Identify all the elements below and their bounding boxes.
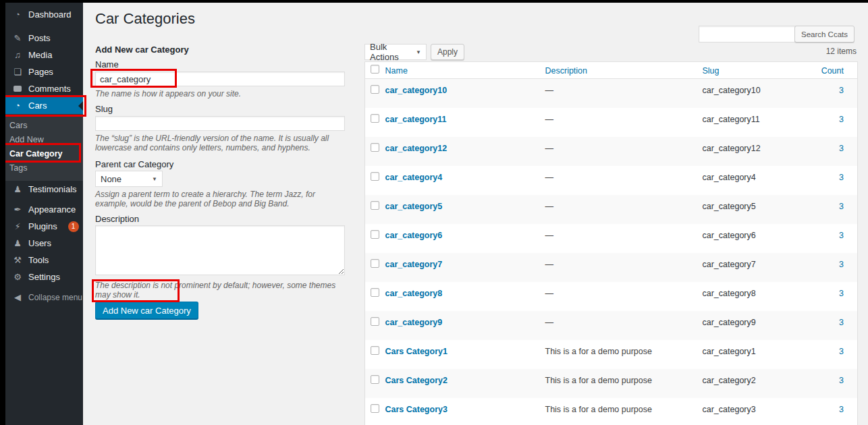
category-name-link[interactable]: Cars Category3 [385,405,447,414]
row-checkbox[interactable] [371,375,379,384]
category-name-link[interactable]: car_category9 [385,318,443,327]
row-checkbox[interactable] [371,404,379,413]
sidebar-item-comments[interactable]: Comments [5,80,83,97]
sidebar-item-collapse[interactable]: ◀ Collapse menu [5,289,83,306]
sort-by-description-header[interactable]: Description [545,66,588,76]
sidebar-subitem-car-category[interactable]: Car Category [5,147,83,161]
category-name-link[interactable]: car_category8 [385,289,443,298]
category-name-link[interactable]: car_category10 [385,86,447,95]
category-count-link[interactable]: 3 [839,318,844,327]
apply-button[interactable]: Apply [431,44,464,60]
category-count-link[interactable]: 3 [839,202,844,211]
category-description: This is a for a demo purpose [541,340,699,369]
sidebar-subitem-tags[interactable]: Tags [5,161,83,175]
category-count-link[interactable]: 3 [839,405,844,414]
row-checkbox[interactable] [371,143,379,152]
category-description: — [541,195,699,224]
row-checkbox[interactable] [371,346,379,355]
category-slug: car_category10 [699,79,807,108]
sidebar-item-posts[interactable]: ✎ Posts [5,30,83,47]
row-checkbox[interactable] [371,201,379,210]
sidebar-subitem-add-new[interactable]: Add New [5,133,83,147]
category-name-link[interactable]: car_category11 [385,115,447,124]
category-name-link[interactable]: Cars Category2 [385,376,447,385]
table-row: Cars Category3 This is a for a demo purp… [365,398,858,425]
sidebar-item-pages[interactable]: ❏ Pages [5,63,83,80]
select-all-checkbox[interactable] [371,65,379,74]
category-name-link[interactable]: Cars Category1 [385,347,447,356]
category-count-link[interactable]: 3 [839,231,844,240]
sidebar-item-dashboard[interactable]: ◔ Dashboard [5,6,83,23]
category-count-link[interactable]: 3 [839,173,844,182]
category-slug: car_category6 [699,224,807,253]
page-title: Car Categories [95,10,195,28]
row-checkbox[interactable] [371,85,379,94]
category-count-link[interactable]: 3 [839,144,844,153]
category-slug: car_category5 [699,195,807,224]
category-name-link[interactable]: car_category4 [385,173,443,182]
sidebar-item-testimonials[interactable]: ♟ Testimonials [5,181,83,198]
table-row: car_category8 — car_category8 3 [365,282,858,311]
collapse-icon: ◀ [13,293,22,302]
sidebar-subitem-cars-all[interactable]: Cars [5,119,83,133]
sort-by-slug-header[interactable]: Slug [703,66,720,76]
parent-category-help-text: Assign a parent term to create a hierarc… [95,190,345,208]
category-description: — [541,282,699,311]
sidebar-item-tools[interactable]: ⚒ Tools [5,252,83,268]
row-checkbox[interactable] [371,172,379,181]
sidebar-item-appearance[interactable]: ✒ Appearance [5,201,83,218]
category-description: — [541,79,699,108]
category-count-link[interactable]: 3 [839,289,844,298]
categories-table: Name Description Slug Count car_category… [364,61,858,425]
search-input[interactable] [699,26,809,42]
sidebar-item-plugins[interactable]: ⚡ Plugins 1 [5,218,83,235]
name-input[interactable] [95,72,345,86]
name-label: Name [95,59,345,69]
slug-help-text: The “slug” is the URL-friendly version o… [95,134,345,152]
category-name-link[interactable]: car_category12 [385,144,447,153]
category-name-link[interactable]: car_category7 [385,260,443,269]
sidebar-item-settings[interactable]: ⚙ Settings [5,268,83,285]
row-checkbox[interactable] [371,230,379,239]
category-count-link[interactable]: 3 [839,115,844,124]
tools-icon: ⚒ [13,256,22,265]
sort-by-count-header[interactable]: Count [821,66,844,76]
category-list-panel: Search Ccats Bulk Actions ▼ Apply 12 ite… [364,0,858,425]
search-ccats-button[interactable]: Search Ccats [794,26,855,42]
add-new-car-category-button[interactable]: Add New car Category [95,302,198,319]
table-row: car_category7 — car_category7 3 [365,253,858,282]
category-count-link[interactable]: 3 [839,86,844,95]
pages-icon: ❏ [13,67,22,77]
bulk-actions-select[interactable]: Bulk Actions ▼ [364,44,427,60]
category-description: This is a for a demo purpose [541,398,699,425]
sidebar-item-media[interactable]: ♫ Media [5,47,83,63]
row-checkbox[interactable] [371,317,379,326]
row-checkbox[interactable] [371,288,379,297]
slug-input[interactable] [95,116,345,131]
category-name-link[interactable]: car_category6 [385,231,443,240]
form-heading: Add New car Category [95,45,345,55]
update-count-badge: 1 [68,221,79,232]
chevron-down-icon: ▼ [416,49,421,55]
category-count-link[interactable]: 3 [839,347,844,356]
row-checkbox[interactable] [371,114,379,123]
name-help-text: The name is how it appears on your site. [95,89,345,98]
category-description: — [541,137,699,166]
row-checkbox[interactable] [371,259,379,268]
slug-label: Slug [95,104,345,114]
category-count-link[interactable]: 3 [839,260,844,269]
sort-by-name-header[interactable]: Name [385,66,408,76]
sidebar-item-users[interactable]: ♟ Users [5,235,83,252]
table-row: car_category5 — car_category5 3 [365,195,858,224]
parent-category-selected-value: None [101,174,121,184]
description-textarea[interactable] [95,225,345,275]
testimonials-icon: ♟ [13,185,22,194]
parent-category-select[interactable]: None ▼ [95,171,163,187]
category-name-link[interactable]: car_category5 [385,202,443,211]
category-description: — [541,108,699,137]
parent-category-label: Parent car Category [95,159,345,169]
category-count-link[interactable]: 3 [839,376,844,385]
dashboard-icon: ◔ [13,10,22,20]
sidebar-item-cars[interactable]: ◔ Cars [5,97,83,114]
category-description: — [541,311,699,340]
